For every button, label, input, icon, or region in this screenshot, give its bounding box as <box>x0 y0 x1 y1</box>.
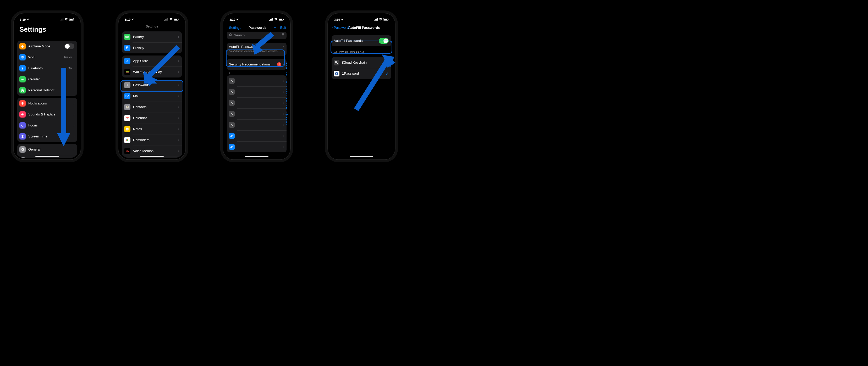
index-letter[interactable]: V <box>286 111 287 114</box>
index-letter[interactable]: J <box>286 83 287 86</box>
wifi-icon <box>274 18 278 21</box>
index-letter[interactable]: S <box>286 104 287 107</box>
index-bar[interactable]: ABCDEFGHIJKLMNOPQRSTUVWXYZ# <box>285 62 287 126</box>
chevron-right-icon: › <box>283 79 284 83</box>
svg-rect-69 <box>376 18 377 21</box>
settings-voicememo-label: Voice Memos <box>133 149 178 153</box>
chevron-right-icon: › <box>178 138 179 142</box>
home-indicator[interactable] <box>245 156 269 157</box>
page-title: Settings <box>17 24 77 35</box>
settings-contacts-row[interactable]: Contacts› <box>122 102 182 112</box>
index-letter[interactable]: F <box>286 74 287 76</box>
autofill-toggle-row[interactable]: AutoFill Passwords <box>332 35 391 46</box>
entry-badge: A <box>229 89 235 95</box>
nav-bar: ‹ Settings Passwords + Edit <box>225 24 289 32</box>
index-letter[interactable]: L <box>286 88 287 90</box>
cellular-icon <box>20 76 26 82</box>
section-header-letter: A <box>227 71 286 75</box>
home-indicator[interactable] <box>140 156 164 157</box>
password-entry-row[interactable]: A› <box>227 120 286 130</box>
password-entry-row[interactable]: A› <box>227 108 286 120</box>
phone-2: 3:19 Settings Battery›Privacy›App Store›… <box>118 13 186 160</box>
password-entry-row[interactable]: A› <box>227 75 286 87</box>
password-entry-row[interactable]: A› <box>227 97 286 108</box>
mic-icon[interactable] <box>282 33 284 37</box>
chevron-right-icon: › <box>73 89 74 92</box>
key-icon <box>124 82 130 88</box>
location-icon <box>341 18 343 21</box>
index-letter[interactable]: A <box>286 62 287 64</box>
index-letter[interactable]: C <box>286 67 287 69</box>
index-letter[interactable]: B <box>286 64 287 67</box>
add-button[interactable]: + <box>274 25 277 30</box>
battery-icon <box>279 18 284 21</box>
index-letter[interactable]: Y <box>286 119 287 121</box>
password-entry-row[interactable]: A› <box>227 87 286 97</box>
chevron-right-icon: › <box>73 77 74 81</box>
index-letter[interactable]: E <box>286 71 287 74</box>
settings-battery-row[interactable]: Battery› <box>122 31 182 42</box>
calendar-icon: 31 <box>124 115 130 121</box>
index-letter[interactable]: # <box>286 123 287 126</box>
chevron-right-icon: › <box>73 135 74 138</box>
settings-calendar-label: Calendar <box>133 116 178 120</box>
wifi-icon <box>20 54 26 61</box>
svg-rect-23 <box>175 18 178 20</box>
chevron-right-icon: › <box>283 45 284 48</box>
chevron-right-icon: › <box>178 94 179 98</box>
settings-wifi-row[interactable]: Wi-FiTucks› <box>17 52 77 63</box>
nav-title: AutoFill Passwords <box>348 26 380 30</box>
signal-icon <box>164 18 168 21</box>
svg-line-51 <box>149 47 178 76</box>
index-letter[interactable]: D <box>286 69 287 71</box>
index-letter[interactable]: P <box>286 97 287 100</box>
svg-rect-30 <box>126 71 129 72</box>
index-letter[interactable]: M <box>286 90 287 93</box>
index-letter[interactable]: K <box>286 86 287 88</box>
security-recommendations-row[interactable]: Security Recommendations ! › <box>227 59 286 70</box>
status-bar: 3:19 <box>225 15 289 24</box>
svg-rect-21 <box>167 18 168 21</box>
index-letter[interactable]: T <box>286 107 287 109</box>
back-button[interactable]: ‹ Settings <box>227 26 241 30</box>
keychain-icon <box>334 60 339 65</box>
appstore-icon <box>124 58 130 64</box>
back-button[interactable]: ‹ Passwords <box>332 26 350 30</box>
settings-airplane-switch[interactable] <box>64 43 74 49</box>
chevron-right-icon: › <box>178 116 179 120</box>
password-entry-row[interactable]: Aff› <box>227 141 286 153</box>
index-letter[interactable]: U <box>286 109 287 111</box>
settings-mail-row[interactable]: Mail› <box>122 91 182 102</box>
home-indicator[interactable] <box>35 156 59 157</box>
contacts-icon <box>124 104 130 110</box>
settings-calendar-row[interactable]: 31Calendar› <box>122 112 182 124</box>
password-entry-row[interactable]: Aff› <box>227 130 286 141</box>
index-letter[interactable]: N <box>286 93 287 95</box>
settings-voicememo-row[interactable]: Voice Memos› <box>122 145 182 157</box>
index-letter[interactable]: W <box>285 114 287 116</box>
edit-button[interactable]: Edit <box>280 26 286 30</box>
nav-bar: ‹ Passwords AutoFill Passwords <box>330 24 394 32</box>
settings-notes-row[interactable]: Notes› <box>122 124 182 135</box>
home-indicator[interactable] <box>350 156 373 157</box>
phone-3: 3:19 ‹ Settings Passwords + Edit <box>223 13 291 160</box>
index-letter[interactable]: I <box>286 81 287 83</box>
index-letter[interactable]: X <box>286 116 287 119</box>
status-bar: 3:19 <box>15 15 79 24</box>
entry-badge: A <box>229 111 235 117</box>
index-letter[interactable]: Q <box>286 100 287 102</box>
index-letter[interactable]: H <box>286 78 287 81</box>
svg-point-7 <box>22 79 23 79</box>
settings-airplane-row[interactable]: Airplane Mode <box>17 41 77 52</box>
index-letter[interactable]: O <box>286 95 287 97</box>
autofill-toggle-switch[interactable] <box>379 38 389 44</box>
svg-rect-20 <box>166 18 167 21</box>
index-letter[interactable]: R <box>286 102 287 104</box>
svg-point-47 <box>127 140 128 141</box>
chevron-right-icon: › <box>73 102 74 105</box>
svg-rect-59 <box>279 18 282 20</box>
settings-reminders-row[interactable]: Reminders› <box>122 135 182 145</box>
wallet-icon <box>124 69 130 75</box>
index-letter[interactable]: G <box>286 76 287 78</box>
index-letter[interactable]: Z <box>286 121 287 123</box>
